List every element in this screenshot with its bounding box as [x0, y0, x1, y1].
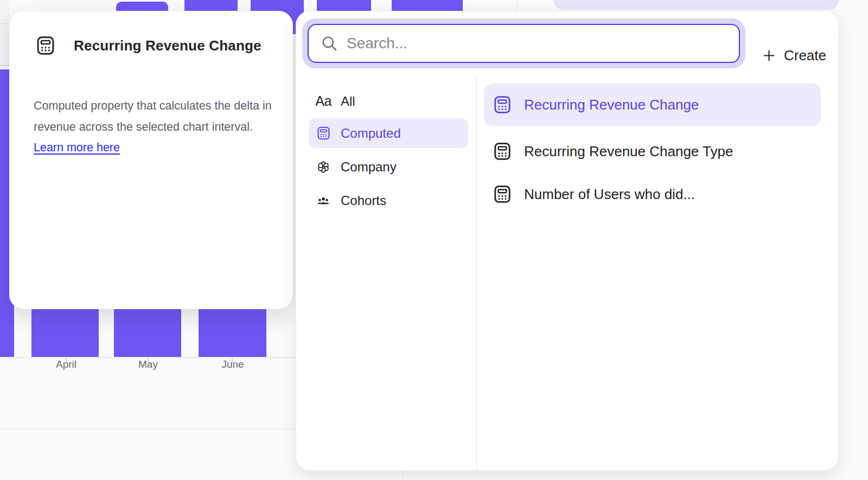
result-label: Number of Users who did...	[524, 186, 695, 203]
background-gutter-line	[0, 23, 9, 24]
property-picker-panel: Create Aa All Computed	[296, 11, 839, 471]
chart-x-axis	[0, 357, 304, 358]
calculator-icon	[35, 35, 56, 56]
category-label: All	[341, 94, 355, 109]
company-cluster-icon	[315, 159, 331, 175]
result-item-recurring-revenue-change-type[interactable]: Recurring Revenue Change Type	[484, 130, 821, 172]
tooltip-description: Computed property that calculates the de…	[34, 95, 278, 158]
calculator-icon	[493, 142, 512, 161]
search-input[interactable]	[347, 35, 729, 52]
category-label: Company	[341, 159, 397, 175]
background-panel-edge	[0, 428, 296, 429]
axis-label-june: June	[221, 359, 244, 370]
plus-icon	[762, 49, 776, 62]
cohorts-people-icon	[315, 193, 331, 209]
panel-column-divider	[476, 76, 477, 470]
background-divider-line	[403, 471, 403, 480]
result-label: Recurring Revenue Change	[524, 97, 699, 113]
app-background: April May June Recurring Revenue Change …	[0, 0, 868, 480]
result-item-recurring-revenue-change[interactable]: Recurring Revenue Change	[484, 84, 821, 126]
search-icon	[321, 35, 338, 52]
calculator-icon	[493, 184, 512, 204]
aa-text-icon: Aa	[315, 93, 331, 110]
tooltip-header: Recurring Revenue Change	[35, 35, 261, 56]
result-item-number-of-users[interactable]: Number of Users who did...	[484, 173, 821, 215]
tooltip-title: Recurring Revenue Change	[74, 37, 261, 54]
truncated-highlighted-pill	[553, 0, 839, 10]
category-label: Cohorts	[341, 193, 386, 208]
calculator-icon	[315, 125, 331, 142]
search-focus-halo	[302, 18, 745, 68]
property-tooltip-card: Recurring Revenue Change Computed proper…	[9, 11, 293, 309]
result-label: Recurring Revenue Change Type	[524, 143, 733, 160]
create-button[interactable]: Create	[751, 36, 838, 74]
background-divider-line	[516, 0, 517, 11]
background-gutter	[0, 0, 9, 66]
category-item-all[interactable]: Aa All	[309, 86, 468, 116]
category-item-cohorts[interactable]: Cohorts	[309, 185, 468, 215]
axis-label-april: April	[56, 359, 76, 370]
category-label: Computed	[341, 126, 401, 141]
tooltip-description-text: Computed property that calculates the de…	[34, 99, 272, 133]
create-button-label: Create	[784, 47, 826, 64]
learn-more-link[interactable]: Learn more here	[34, 141, 120, 154]
search-field[interactable]	[308, 24, 740, 63]
axis-label-may: May	[138, 359, 158, 370]
calculator-icon	[493, 95, 512, 114]
category-item-company[interactable]: Company	[309, 152, 468, 182]
category-item-computed[interactable]: Computed	[309, 118, 468, 148]
